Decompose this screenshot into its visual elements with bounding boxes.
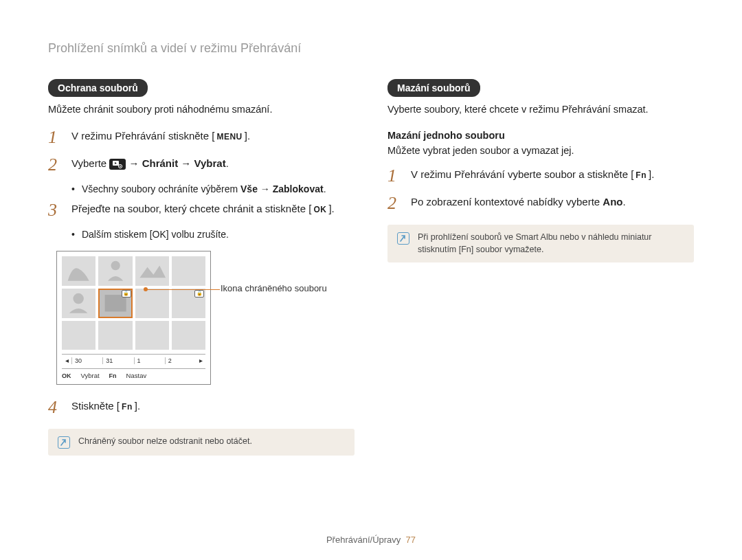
timeline-bar: ◂ 30 31 1 2 ▸ — [62, 354, 205, 364]
step-number: 1 — [387, 167, 401, 185]
ok-label: Vybrat — [81, 372, 100, 379]
text: ]. — [649, 168, 654, 180]
note-box: Při prohlížení souborů ve Smart Albu neb… — [387, 225, 694, 262]
note-icon — [397, 232, 409, 245]
text: . — [623, 196, 626, 208]
step-2: 2 Vyberte → Chránit → Vybrat. — [48, 156, 355, 174]
step-3: 3 Přejeďte na soubor, který chcete chrán… — [48, 201, 355, 219]
lock-badge-icon: 🔒 — [122, 290, 131, 298]
text: V režimu Přehrávání stiskněte [ — [71, 130, 214, 142]
step-body: Po zobrazení kontextové nabídky vyberte … — [411, 194, 694, 210]
note-text: Chráněný soubor nelze odstranit nebo otá… — [78, 436, 252, 448]
bold-text: Ano — [603, 196, 622, 208]
text: ] soubor vymažete. — [471, 245, 544, 254]
section-desc-delete: Vyberte soubory, které chcete v režimu P… — [387, 104, 694, 115]
fn-key: Fn — [633, 169, 649, 181]
thumbnail — [172, 256, 205, 286]
callout-label: Ikona chráněného souboru — [221, 282, 327, 385]
text: . — [226, 157, 229, 169]
step-1: 1 V režimu Přehrávání vyberte soubor a s… — [387, 167, 694, 185]
bullet-3: • Dalším stiskem [OK] volbu zrušíte. — [71, 229, 355, 240]
bold-text: Zablokovat — [273, 183, 324, 194]
text: Stiskněte [ — [71, 400, 120, 412]
step-body: Vyberte → Chránit → Vybrat. — [71, 156, 355, 172]
note-text: Při prohlížení souborů ve Smart Albu neb… — [418, 232, 684, 256]
text: . — [324, 183, 326, 194]
bold-text: Chránit — [142, 157, 179, 169]
step-body: V režimu Přehrávání vyberte soubor a sti… — [411, 167, 694, 183]
section-pill-protect: Ochrana souborů — [48, 79, 148, 97]
thumbnail: 🔒 — [172, 289, 205, 318]
page-footer: Přehrávání/Úpravy 77 — [0, 535, 742, 545]
thumbnail — [172, 321, 205, 350]
sub-desc: Můžete vybrat jeden soubor a vymazat jej… — [387, 145, 694, 156]
text: Přejeďte na soubor, který chcete chránit… — [71, 203, 311, 214]
step-4: 4 Stiskněte [Fn]. — [48, 399, 355, 416]
note-box: Chráněný soubor nelze odstranit nebo otá… — [48, 429, 355, 456]
step-body: V režimu Přehrávání stiskněte [MENU]. — [71, 128, 355, 144]
text: Vyberte — [71, 157, 109, 169]
thumbnail-grid: 🔒 🔒 — [62, 256, 205, 350]
timeline-cell: 1 — [134, 357, 165, 364]
text: V režimu Přehrávání vyberte soubor a sti… — [411, 168, 633, 180]
step-number: 3 — [48, 201, 62, 219]
thumbnail — [135, 289, 169, 318]
fn-key: Fn — [461, 245, 471, 254]
page-title: Prohlížení snímků a videí v režimu Přehr… — [48, 41, 694, 56]
svg-point-3 — [120, 166, 121, 167]
content-columns: Ochrana souborů Můžete chránit soubory p… — [48, 79, 694, 456]
timeline-right-arrow-icon: ▸ — [196, 357, 205, 364]
section-pill-delete: Mazání souborů — [387, 79, 480, 97]
footer-section: Přehrávání/Úpravy — [326, 535, 401, 545]
step-2: 2 Po zobrazení kontextové nabídky vybert… — [387, 194, 694, 212]
right-column: Mazání souborů Vyberte soubory, které ch… — [387, 79, 694, 456]
bullet-dot-icon: • — [71, 229, 75, 240]
thumbnail-selected: 🔒 — [98, 289, 132, 318]
thumbnail — [135, 321, 169, 350]
bullet-text: Všechny soubory ochráníte výběrem Vše → … — [82, 183, 326, 194]
step-number: 1 — [48, 128, 62, 146]
timeline-left-arrow-icon: ◂ — [62, 357, 71, 364]
menu-key: MENU — [214, 131, 244, 143]
thumbnail — [62, 321, 95, 350]
ok-key: OK — [153, 229, 166, 240]
camera-bottom-bar: OK Vybrat Fn Nastav — [62, 368, 205, 379]
camera-screen: 🔒 🔒 ◂ 30 31 1 2 ▸ OK — [56, 251, 211, 385]
fn-key: Fn — [120, 401, 135, 413]
timeline-cell: 31 — [102, 357, 133, 364]
step-1: 1 V režimu Přehrávání stiskněte [MENU]. — [48, 128, 355, 146]
sub-heading: Mazání jednoho souboru — [387, 130, 694, 141]
text: ]. — [135, 400, 140, 412]
note-icon — [58, 436, 70, 449]
text: ]. — [245, 130, 250, 142]
left-column: Ochrana souborů Můžete chránit soubory p… — [48, 79, 355, 456]
step-body: Přejeďte na soubor, který chcete chránit… — [71, 201, 355, 217]
bold-text: Vše — [240, 183, 258, 194]
svg-point-4 — [111, 261, 120, 270]
thumbnail — [135, 256, 169, 286]
callout-line — [146, 289, 220, 290]
timeline-cell: 30 — [71, 357, 102, 364]
ok-key: OK — [311, 203, 328, 216]
thumbnail — [98, 321, 132, 350]
ok-key: OK — [62, 372, 71, 379]
bullet-dot-icon: • — [71, 183, 75, 194]
text: Všechny soubory ochráníte výběrem — [82, 183, 240, 194]
text: Dalším stiskem [ — [82, 229, 153, 240]
arrow-icon: → — [128, 157, 139, 169]
fn-label: Nastav — [126, 372, 147, 379]
fn-key: Fn — [109, 372, 117, 379]
section-desc-protect: Můžete chránit soubory proti náhodnému s… — [48, 104, 355, 115]
step-number: 2 — [48, 156, 62, 174]
bullet-2: • Všechny soubory ochráníte výběrem Vše … — [71, 183, 355, 194]
callout-dot — [144, 287, 148, 291]
text: ]. — [328, 203, 334, 214]
thumbnail — [62, 289, 95, 318]
text: → — [258, 183, 273, 194]
text: Po zobrazení kontextové nabídky vyberte — [411, 196, 603, 208]
screen-illustration: 🔒 🔒 ◂ 30 31 1 2 ▸ OK — [56, 251, 355, 385]
step-number: 4 — [48, 399, 62, 416]
arrow-icon: → — [181, 157, 191, 169]
timeline-cell: 2 — [165, 357, 196, 364]
bullet-text: Dalším stiskem [OK] volbu zrušíte. — [82, 229, 229, 240]
